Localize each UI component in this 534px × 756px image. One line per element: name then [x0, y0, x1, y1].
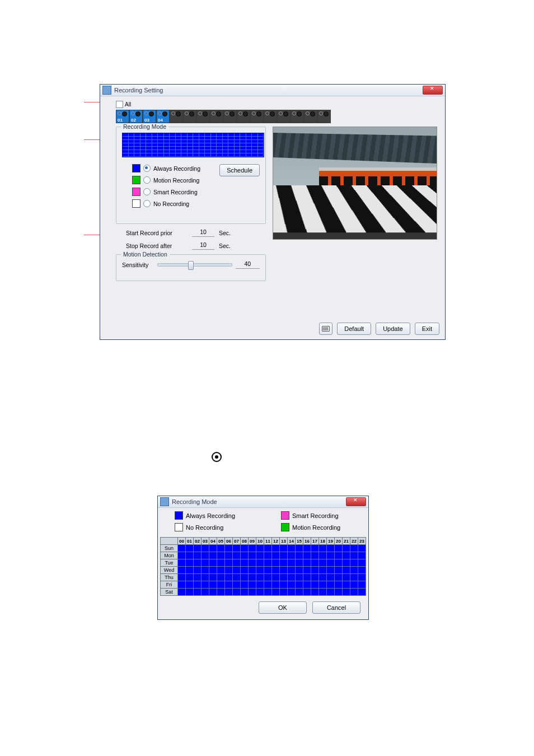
close-icon-2[interactable] [346, 497, 366, 506]
sec-label-2: Sec. [219, 242, 231, 249]
ok-button[interactable]: OK [259, 601, 307, 614]
close-icon[interactable] [423, 86, 443, 95]
sec-label-1: Sec. [219, 230, 231, 236]
start-prior-label: Start Record prior [126, 230, 188, 236]
channel-10[interactable] [237, 110, 250, 123]
exit-button[interactable]: Exit [415, 323, 439, 335]
legend-smart-swatch [281, 511, 289, 520]
recording-setting-dialog: Recording Setting All 01020304 Recording… [100, 84, 446, 340]
recording-mode-title: Recording Mode [121, 123, 168, 130]
channel-strip: 01020304 [116, 110, 439, 123]
none-label: No Recording [153, 200, 189, 207]
smart-swatch [132, 188, 140, 196]
titlebar-2: Recording Mode [158, 496, 368, 508]
legend-motion-swatch [281, 523, 289, 531]
legend-always-swatch [175, 511, 183, 520]
radio-glyph [212, 452, 222, 462]
channel-14[interactable] [291, 110, 304, 123]
channel-15[interactable] [304, 110, 317, 123]
app-icon [102, 86, 111, 95]
keyboard-icon[interactable] [319, 323, 332, 335]
channel-06[interactable] [183, 110, 196, 123]
channel-03[interactable]: 03 [143, 110, 156, 123]
always-label: Always Recording [153, 165, 200, 172]
all-channels-checkbox[interactable] [116, 101, 123, 108]
channel-04[interactable]: 04 [156, 110, 170, 123]
window-title: Recording Setting [114, 87, 423, 94]
channel-05[interactable] [170, 110, 183, 123]
smart-label: Smart Recording [153, 189, 198, 195]
recording-mode-dialog: Recording Mode Always Recording No Recor… [157, 496, 369, 620]
motion-detection-group: Motion Detection Sensitivity 40 [116, 254, 266, 281]
motion-swatch [132, 176, 140, 184]
all-channels-label: All [125, 101, 131, 108]
sensitivity-slider[interactable] [157, 263, 232, 267]
start-prior-value[interactable]: 10 [192, 228, 214, 237]
channel-09[interactable] [223, 110, 237, 123]
channel-07[interactable] [196, 110, 210, 123]
legend-motion: Motion Recording [292, 524, 340, 531]
channel-02[interactable]: 02 [129, 110, 143, 123]
sensitivity-value[interactable]: 40 [236, 260, 260, 269]
window-title-2: Recording Mode [172, 498, 346, 505]
channel-08[interactable] [210, 110, 223, 123]
recording-mode-group: Recording Mode Always Recording [116, 127, 266, 224]
titlebar: Recording Setting [100, 85, 445, 96]
motion-detection-title: Motion Detection [121, 251, 170, 258]
legend-none: No Recording [186, 524, 223, 531]
smart-radio[interactable] [143, 188, 151, 195]
default-button[interactable]: Default [337, 323, 371, 335]
dialog-footer: Default Update Exit [319, 323, 439, 335]
always-radio[interactable] [143, 165, 151, 172]
none-radio[interactable] [143, 200, 151, 207]
channel-12[interactable] [264, 110, 277, 123]
none-swatch [132, 199, 140, 208]
stop-after-label: Stop Record after [126, 242, 188, 249]
channel-11[interactable] [250, 110, 264, 123]
motion-label: Motion Recording [153, 177, 199, 184]
channel-16[interactable] [317, 110, 331, 123]
channel-13[interactable] [277, 110, 291, 123]
channel-01[interactable]: 01 [116, 110, 129, 123]
always-swatch [132, 164, 140, 172]
update-button[interactable]: Update [376, 323, 410, 335]
legend-none-swatch [175, 523, 183, 531]
schedule-button[interactable]: Schedule [219, 164, 260, 176]
recording-mini-schedule[interactable] [122, 133, 264, 157]
app-icon-2 [160, 497, 169, 506]
legend-smart: Smart Recording [292, 512, 339, 519]
legend-always: Always Recording [186, 512, 235, 519]
camera-preview [273, 127, 437, 240]
schedule-table[interactable]: 0001020304050607080910111213141516171819… [160, 537, 366, 596]
sensitivity-label: Sensitivity [122, 262, 154, 268]
cancel-button[interactable]: Cancel [312, 601, 360, 614]
stop-after-value[interactable]: 10 [192, 241, 214, 250]
motion-radio[interactable] [143, 176, 151, 184]
